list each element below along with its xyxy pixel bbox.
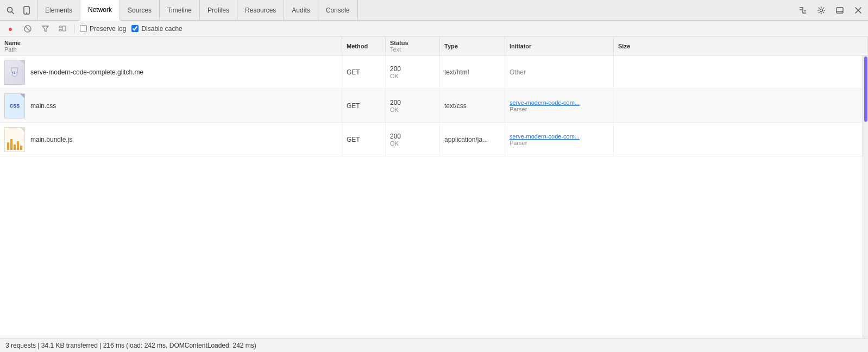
search-icon-btn[interactable] [2,2,18,18]
cell-initiator-3: serve-modern-code-com... Parser [505,123,614,156]
col-header-initiator[interactable]: Initiator [505,37,614,55]
col-header-status[interactable]: Status Text [386,37,440,55]
col-header-method[interactable]: Method [342,37,386,55]
file-icon-html: </> [4,60,25,85]
file-icon-css: CSS [4,93,25,118]
table-row[interactable]: CSS main.css GET 200 OK text/css [0,89,863,123]
cell-initiator-1: Other [505,55,614,89]
svg-point-3 [26,12,27,14]
cell-initiator-2: serve-modern-code-com... Parser [505,89,614,122]
mobile-icon-btn[interactable] [18,2,35,18]
disable-cache-checkbox[interactable] [131,25,139,32]
cell-size-2 [614,89,863,122]
scrollbar-thumb[interactable] [864,56,867,122]
table-row[interactable]: </> serve-modern-code-complete.glitch.me… [0,55,863,89]
svg-rect-15 [62,26,66,31]
group-btn[interactable] [56,23,68,35]
table-header: Name Path Method Status Text Type Initia… [0,37,868,55]
scrollbar[interactable] [863,55,868,338]
tab-sources[interactable]: Sources [120,0,160,21]
preserve-log-checkbox[interactable] [80,25,87,32]
clear-btn[interactable] [22,23,34,35]
svg-rect-14 [59,29,61,31]
col-header-type[interactable]: Type [440,37,505,55]
cell-status-3: 200 OK [386,123,440,156]
preserve-log-label[interactable]: Preserve log [80,25,126,33]
svg-text:</>: </> [12,71,17,74]
svg-line-1 [12,11,14,14]
svg-point-6 [820,9,823,11]
cell-status-2: 200 OK [386,89,440,122]
col-header-size[interactable]: Size [614,37,868,55]
settings-icon-btn[interactable] [814,3,829,18]
cell-name-1: </> serve-modern-code-complete.glitch.me [0,55,342,89]
status-bar: 3 requests | 34.1 KB transferred | 216 m… [0,338,868,352]
filename-3: main.bundle.js [30,136,72,143]
cell-size-3 [614,123,863,156]
nav-right [795,3,866,18]
svg-line-12 [26,27,30,31]
cell-type-3: application/ja... [440,123,505,156]
tab-audits[interactable]: Audits [284,0,318,21]
dock-icon-btn[interactable] [832,3,847,18]
tab-elements[interactable]: Elements [37,0,80,21]
cell-type-1: text/html [440,55,505,89]
empty-area [0,156,863,292]
content-area: ● Preserve log Disable cache [0,21,868,352]
tab-timeline[interactable]: Timeline [160,0,200,21]
top-nav: Elements Network Sources Timeline Profil… [0,0,868,21]
cell-status-1: 200 OK [386,55,440,89]
toolbar-divider [74,24,74,33]
execute-icon-btn[interactable] [795,3,810,18]
table-row[interactable]: main.bundle.js GET 200 OK application/ja… [0,123,863,156]
cell-type-2: text/css [440,89,505,122]
toolbar: ● Preserve log Disable cache [0,21,868,37]
tab-console[interactable]: Console [318,0,358,21]
cell-method-2: GET [342,89,386,122]
close-icon-btn[interactable] [851,3,866,18]
tab-resources[interactable]: Resources [237,0,284,21]
table-body: </> serve-modern-code-complete.glitch.me… [0,55,863,338]
filename-2: main.css [30,102,56,110]
disable-cache-label[interactable]: Disable cache [131,25,182,33]
filename-1: serve-modern-code-complete.glitch.me [30,68,143,76]
svg-rect-13 [59,26,61,28]
col-header-name[interactable]: Name Path [0,37,342,55]
record-btn[interactable]: ● [4,23,16,35]
file-icon-js [4,127,25,152]
filter-btn[interactable] [39,23,51,35]
svg-rect-7 [836,8,843,13]
cell-name-2: CSS main.css [0,89,342,122]
cell-name-3: main.bundle.js [0,123,342,156]
cell-size-1 [614,55,863,89]
tab-profiles[interactable]: Profiles [200,0,237,21]
cell-method-1: GET [342,55,386,89]
nav-tabs: Elements Network Sources Timeline Profil… [37,0,358,21]
network-table: Name Path Method Status Text Type Initia… [0,37,868,338]
cell-method-3: GET [342,123,386,156]
tab-network[interactable]: Network [80,0,120,21]
